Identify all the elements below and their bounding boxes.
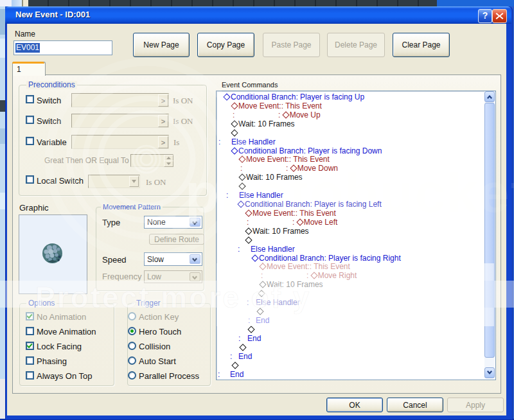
svg-text:p: p: [185, 162, 219, 223]
svg-text:hotobucket: hotobucket: [220, 162, 514, 223]
